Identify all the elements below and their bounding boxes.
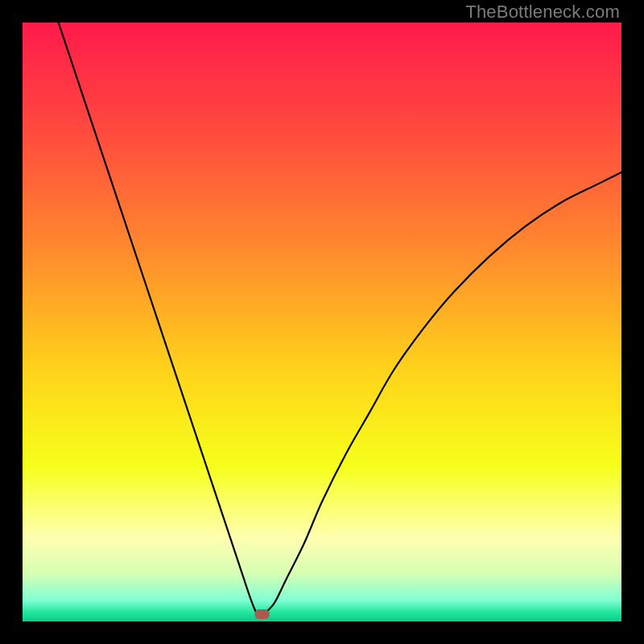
bottleneck-chart <box>23 23 621 621</box>
chart-frame <box>23 23 621 621</box>
sweet-spot-marker <box>255 609 270 619</box>
watermark-text: TheBottleneck.com <box>465 2 620 23</box>
gradient-background <box>23 23 621 621</box>
